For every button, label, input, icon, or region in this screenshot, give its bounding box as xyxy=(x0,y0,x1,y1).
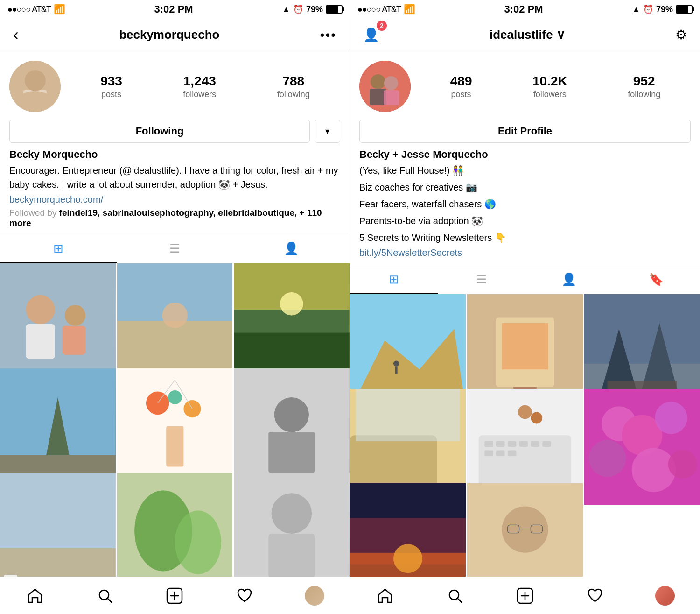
grid-item-left-3[interactable] xyxy=(234,263,350,379)
svg-point-71 xyxy=(518,405,532,419)
grid-item-right-7[interactable] xyxy=(350,483,466,577)
svg-point-1 xyxy=(27,72,43,89)
tab-list-left[interactable]: ☰ xyxy=(117,235,233,263)
alarm-icon-right: ⏰ xyxy=(643,4,653,14)
status-bar: ●●○○○ AT&T 📶 3:02 PM ▲ ⏰ 79% ●●○○○ AT&T … xyxy=(0,0,700,19)
svg-point-0 xyxy=(9,61,61,112)
grid-item-left-4[interactable] xyxy=(0,368,116,484)
nav-add-right[interactable] xyxy=(490,577,560,614)
stats-left: 933 posts 1,243 followers 788 following xyxy=(70,74,340,99)
list-icon-right: ☰ xyxy=(476,272,487,287)
location-icon-right: ▲ xyxy=(632,5,640,14)
nav-heart-right[interactable] xyxy=(560,577,630,614)
tab-saved-right[interactable]: 🔖 xyxy=(613,266,700,294)
svg-rect-65 xyxy=(519,441,528,446)
bio-text-left: Encourager. Entrepreneur (@idealustlife)… xyxy=(9,163,340,191)
profile-section-right: 489 posts 10.2K followers 952 following … xyxy=(350,51,700,266)
edit-profile-button[interactable]: Edit Profile xyxy=(359,120,691,143)
tab-grid-left[interactable]: ⊞ xyxy=(0,235,117,263)
location-icon-left: ▲ xyxy=(282,5,290,14)
avatar-left xyxy=(9,61,61,112)
nav-bar-left: ‹ beckymorquecho ••• xyxy=(0,19,350,51)
svg-rect-3 xyxy=(23,90,47,104)
tab-tagged-left[interactable]: 👤 xyxy=(233,235,350,263)
wifi-icon-right: 📶 xyxy=(404,4,415,15)
svg-rect-67 xyxy=(542,441,551,446)
tabs-bar-left: ⊞ ☰ 👤 xyxy=(0,235,350,263)
stat-followers-right[interactable]: 10.2K followers xyxy=(532,74,567,99)
bio-name-left: Becky Morquecho xyxy=(9,148,340,161)
avatar-right xyxy=(359,61,411,112)
nav-heart-left[interactable] xyxy=(210,577,280,614)
more-options-left[interactable]: ••• xyxy=(316,24,340,46)
svg-rect-70 xyxy=(508,450,517,456)
nav-home-right[interactable] xyxy=(350,577,420,614)
nav-add-left[interactable] xyxy=(140,577,210,614)
grid-item-left-1[interactable] xyxy=(0,263,116,379)
svg-point-83 xyxy=(393,544,422,573)
following-button-left[interactable]: Following xyxy=(9,120,310,143)
followed-by-left: Followed by feindel19, sabrinalouisephot… xyxy=(9,208,340,228)
svg-point-5 xyxy=(26,295,55,324)
grid-item-right-8[interactable] xyxy=(467,483,583,577)
svg-point-2 xyxy=(20,92,50,112)
svg-rect-62 xyxy=(484,441,493,446)
grid-item-left-6[interactable] xyxy=(234,368,350,484)
bio-name-right: Becky + Jesse Morquecho xyxy=(359,148,691,161)
svg-point-79 xyxy=(668,450,697,479)
following-dropdown-left[interactable]: ▾ xyxy=(315,120,340,143)
bottom-nav-left xyxy=(0,577,350,614)
bio-link-right[interactable]: bit.ly/5NewsletterSecrets xyxy=(359,247,691,258)
grid-item-left-7[interactable]: 📷 xyxy=(0,473,116,577)
nav-bar-right: 👤 2 idealustlife ∨ ⚙ xyxy=(350,19,700,51)
svg-point-46 xyxy=(393,361,399,367)
svg-rect-64 xyxy=(508,441,517,446)
screen-left: ‹ beckymorquecho ••• 933 xyxy=(0,19,350,577)
stats-right: 489 posts 10.2K followers 952 following xyxy=(420,74,691,99)
grid-icon-left: ⊞ xyxy=(53,241,63,256)
svg-line-90 xyxy=(107,598,112,602)
svg-rect-50 xyxy=(502,323,548,369)
stat-following-left[interactable]: 788 following xyxy=(277,74,310,99)
svg-rect-66 xyxy=(531,441,539,446)
wifi-icon-left: 📶 xyxy=(54,4,65,15)
grid-item-right-6[interactable] xyxy=(584,389,700,505)
stat-following-right[interactable]: 952 following xyxy=(628,74,660,99)
svg-point-78 xyxy=(632,448,676,492)
nav-profile-left[interactable] xyxy=(280,577,350,614)
svg-rect-47 xyxy=(395,367,398,374)
svg-rect-31 xyxy=(0,548,116,577)
list-icon-left: ☰ xyxy=(169,241,180,256)
grid-item-left-5[interactable] xyxy=(117,368,233,484)
stat-followers-left[interactable]: 1,243 followers xyxy=(183,74,216,99)
settings-button[interactable]: ⚙ xyxy=(672,23,691,46)
profile-username-right[interactable]: idealustlife ∨ xyxy=(383,28,672,42)
tab-grid-right[interactable]: ⊞ xyxy=(350,266,438,294)
bio-line-2: Biz coaches for creatives 📷 xyxy=(359,180,691,194)
saved-icon-right: 🔖 xyxy=(649,272,664,287)
tab-tagged-right[interactable]: 👤 xyxy=(525,266,613,294)
svg-point-16 xyxy=(280,292,303,316)
battery-pct-left: 79% xyxy=(306,5,323,14)
svg-rect-42 xyxy=(384,90,399,105)
svg-rect-6 xyxy=(26,324,55,359)
notification-badge: 2 xyxy=(377,21,387,31)
bio-line-5: 5 Secrets to Writing Newsletters 👇 xyxy=(359,231,691,245)
bio-line-4: Parents-to-be via adoption 🐼 xyxy=(359,214,691,228)
nav-search-right[interactable] xyxy=(420,577,490,614)
bio-link-left[interactable]: beckymorquecho.com/ xyxy=(9,194,340,205)
nav-profile-right[interactable] xyxy=(630,577,700,614)
nav-search-left[interactable] xyxy=(70,577,140,614)
svg-rect-26 xyxy=(166,426,183,466)
follow-area-left: Following ▾ xyxy=(9,120,340,143)
grid-item-left-8[interactable] xyxy=(117,473,233,577)
grid-item-left-2[interactable] xyxy=(117,263,233,379)
screen-right: 👤 2 idealustlife ∨ ⚙ xyxy=(350,19,700,577)
grid-item-left-9[interactable] xyxy=(234,473,350,577)
tab-list-right[interactable]: ☰ xyxy=(438,266,525,294)
nav-home-left[interactable] xyxy=(0,577,70,614)
back-button-left[interactable]: ‹ xyxy=(9,21,22,49)
svg-rect-68 xyxy=(484,450,493,456)
svg-point-12 xyxy=(162,303,187,328)
battery-icon-right xyxy=(676,5,693,14)
